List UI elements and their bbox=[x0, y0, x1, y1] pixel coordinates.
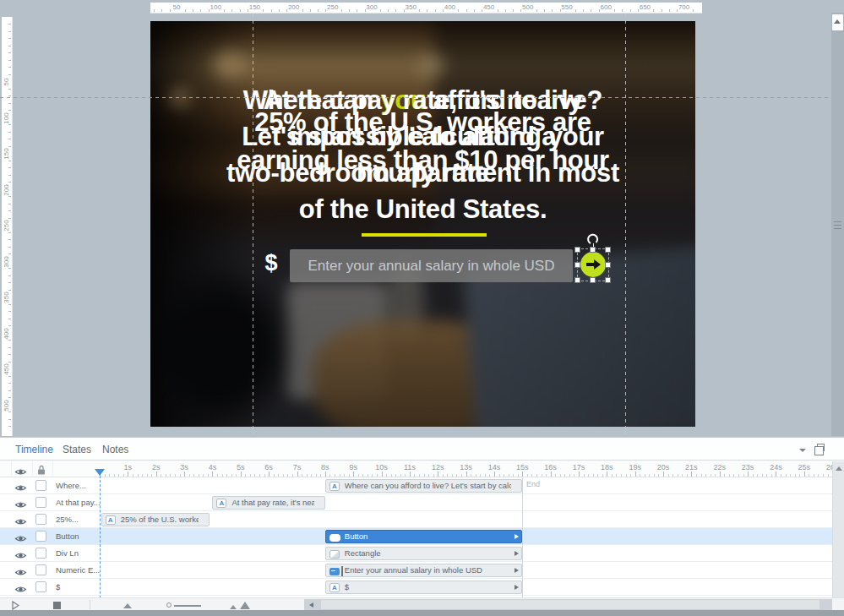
time-tick bbox=[114, 474, 115, 477]
stage-canvas[interactable]: Where can you afford to live? Let's star… bbox=[150, 21, 695, 427]
ruler-tick bbox=[8, 247, 11, 248]
lock-checkbox[interactable] bbox=[35, 497, 46, 508]
lock-checkbox[interactable] bbox=[35, 548, 46, 559]
visibility-eye-icon[interactable] bbox=[14, 582, 27, 596]
timeline-row[interactable]: Div LnRectangle bbox=[0, 545, 832, 562]
ruler-tick bbox=[482, 9, 482, 12]
playhead-marker[interactable] bbox=[95, 469, 105, 476]
time-tick bbox=[274, 474, 275, 477]
timeline-row[interactable]: Where...AWhere can you afford to live? L… bbox=[0, 477, 832, 494]
lock-checkbox[interactable] bbox=[35, 514, 46, 525]
headline-25-percent-workers[interactable]: 25% of the U.S. workers areearning less … bbox=[150, 103, 695, 179]
selection-handle[interactable] bbox=[574, 262, 580, 268]
time-tick bbox=[128, 472, 128, 477]
stop-icon[interactable] bbox=[53, 602, 61, 609]
playhead-line[interactable] bbox=[100, 476, 101, 615]
ruler-tick bbox=[693, 9, 694, 12]
lock-checkbox[interactable] bbox=[35, 480, 46, 491]
time-tick bbox=[414, 474, 415, 477]
timeline-bar[interactable]: Enter your annual salary in whole USD bbox=[325, 564, 523, 577]
timeline-row[interactable]: 25%...A25% of the U.S. workers a... bbox=[0, 511, 832, 528]
layer-name[interactable]: Div Ln bbox=[56, 545, 100, 562]
time-ruler[interactable]: 1s2s3s4s5s6s7s8s9s10s11s12s13s14s15s16s1… bbox=[0, 438, 832, 477]
scroll-up-icon bbox=[836, 466, 842, 471]
timeline-row[interactable]: At that pay...AAt that pay rate, it's ne… bbox=[0, 494, 832, 511]
layer-name[interactable]: 25%... bbox=[56, 511, 100, 528]
input-element-icon bbox=[329, 568, 340, 575]
lock-checkbox[interactable] bbox=[35, 531, 46, 542]
play-icon[interactable] bbox=[12, 601, 19, 610]
time-label: 17s bbox=[573, 463, 585, 472]
ruler-tick bbox=[8, 146, 11, 147]
double-triangle-icon[interactable] bbox=[230, 605, 237, 609]
timeline-bar[interactable]: AAt that pay rate, it's nearl... bbox=[212, 496, 324, 510]
selection-handle[interactable] bbox=[605, 262, 611, 268]
ruler-tick bbox=[302, 9, 303, 12]
time-label: 22s bbox=[713, 463, 726, 472]
time-label: 1s bbox=[124, 463, 133, 472]
time-label: 25s bbox=[798, 463, 810, 472]
selection-handle[interactable] bbox=[605, 277, 611, 283]
bar-expand-arrow-icon[interactable] bbox=[515, 585, 519, 590]
time-tick bbox=[151, 474, 152, 477]
dollar-sign-label[interactable]: $ bbox=[260, 250, 282, 279]
timeline-bar[interactable]: AWhere can you afford to live? Let's sta… bbox=[325, 479, 523, 493]
bar-expand-arrow-icon[interactable] bbox=[515, 551, 519, 556]
selection-handle[interactable] bbox=[590, 277, 596, 283]
timeline-row[interactable]: ButtonButton bbox=[0, 528, 832, 545]
time-tick bbox=[579, 472, 580, 477]
time-tick bbox=[799, 474, 800, 477]
time-tick bbox=[156, 472, 157, 477]
bar-expand-arrow-icon[interactable] bbox=[515, 568, 519, 573]
time-tick bbox=[208, 474, 209, 477]
timeline-horizontal-scrollbar[interactable] bbox=[304, 599, 832, 610]
ruler-tick bbox=[513, 9, 514, 12]
horizontal-guide[interactable] bbox=[0, 97, 844, 98]
time-tick bbox=[743, 474, 744, 477]
timeline-row[interactable]: $A$ bbox=[0, 579, 832, 596]
time-tick bbox=[405, 474, 406, 477]
selection-handle[interactable] bbox=[590, 247, 596, 253]
lock-checkbox[interactable] bbox=[35, 564, 46, 575]
ruler-number: 500 bbox=[522, 3, 533, 11]
ruler-tick bbox=[8, 110, 11, 111]
ruler-tick bbox=[8, 124, 11, 125]
selection-handle[interactable] bbox=[574, 277, 580, 283]
bar-expand-arrow-icon[interactable] bbox=[515, 534, 519, 539]
timeline-bar[interactable]: Rectangle bbox=[325, 547, 523, 560]
layer-name[interactable]: At that pay... bbox=[56, 494, 100, 511]
ruler-tick bbox=[8, 46, 11, 46]
layer-name[interactable]: $ bbox=[56, 579, 100, 596]
timeline-bar[interactable]: A25% of the U.S. workers a... bbox=[101, 513, 210, 526]
time-tick bbox=[476, 474, 476, 477]
timeline-row[interactable]: Numeric E...Enter your annual salary in … bbox=[0, 562, 832, 579]
scrollbar-thumb[interactable] bbox=[321, 600, 819, 609]
selection-handle[interactable] bbox=[574, 247, 580, 253]
layer-name[interactable]: Button bbox=[56, 528, 100, 545]
time-tick bbox=[804, 472, 805, 477]
time-tick bbox=[640, 474, 640, 477]
time-tick bbox=[504, 474, 504, 477]
ruler-tick bbox=[614, 9, 615, 12]
ruler-tick bbox=[8, 347, 11, 348]
keyframe-icon[interactable] bbox=[166, 602, 172, 608]
selection-handle[interactable] bbox=[605, 247, 611, 253]
vertical-guide-left[interactable] bbox=[253, 14, 253, 434]
time-tick bbox=[335, 474, 335, 477]
vertical-guide-right[interactable] bbox=[625, 14, 626, 434]
stage-vertical-scrollbar[interactable] bbox=[831, 13, 844, 436]
timeline-vertical-scrollbar[interactable] bbox=[832, 461, 844, 597]
timeline-bar[interactable]: A$ bbox=[325, 581, 523, 594]
time-tick bbox=[509, 474, 509, 477]
time-label: 21s bbox=[685, 463, 698, 472]
keyframe-triangle-icon[interactable] bbox=[123, 603, 132, 608]
ruler-tick bbox=[8, 218, 11, 219]
scroll-left-icon[interactable] bbox=[309, 602, 313, 608]
layer-name[interactable]: Where... bbox=[56, 477, 100, 494]
timeline-bar[interactable]: Button bbox=[325, 530, 523, 543]
time-tick bbox=[438, 472, 438, 477]
lock-checkbox[interactable] bbox=[35, 581, 46, 592]
layer-name[interactable]: Numeric E... bbox=[56, 562, 100, 579]
salary-input[interactable]: Enter your annual salary in whole USD bbox=[290, 249, 573, 282]
scroll-up-button[interactable] bbox=[832, 14, 843, 30]
